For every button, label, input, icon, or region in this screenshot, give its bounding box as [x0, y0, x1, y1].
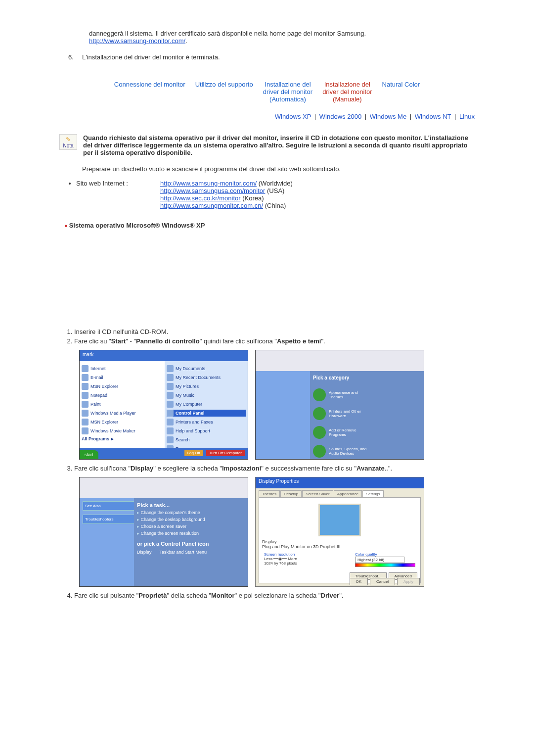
start-item[interactable]: Windows Media Player: [82, 410, 166, 417]
start-item[interactable]: Internet: [82, 365, 166, 372]
s2f: Aspetto e temi: [277, 337, 321, 345]
os-link-xp[interactable]: Windows XP: [275, 113, 311, 120]
cp2-see-also: See Also: [83, 501, 137, 511]
disp-res-label: Screen resolution: [264, 552, 297, 557]
disp-tabs: Themes Desktop Screen Saver Appearance S…: [256, 488, 424, 497]
s2b: Start: [111, 337, 126, 345]
cp2-task[interactable]: Choose a screen saver: [137, 524, 245, 529]
start-item[interactable]: Help and Support: [167, 427, 246, 434]
figure-row-2: See Also Troubleshooters Pick a task... …: [79, 477, 475, 587]
disp-cancel-button[interactable]: Cancel: [370, 578, 395, 585]
section-tabs: Connessione del monitor Utilizzo del sup…: [59, 76, 475, 108]
instr-step-2: Fare clic su "Start" - "Pannello di cont…: [74, 337, 475, 345]
note-icon: ✎ Nota: [59, 134, 77, 150]
s4b: Proprietà: [138, 592, 167, 599]
sitoweb-row: Sito web Internet : http://www.samsung-m…: [76, 180, 475, 209]
os-link-2000[interactable]: Windows 2000: [319, 113, 361, 120]
tab-install-manuale[interactable]: Installazione del driver del monitor (Ma…: [322, 81, 372, 103]
disp-cq-label: Color quality: [355, 552, 415, 557]
tab-install-auto[interactable]: Installazione del driver del monitor (Au…: [263, 81, 312, 103]
start-item[interactable]: My Pictures: [167, 383, 246, 390]
disp-apply-button[interactable]: Apply: [397, 578, 420, 585]
logoff-button[interactable]: Log Off: [184, 450, 203, 456]
disp-res-value: 1024 by 768 pixels: [264, 561, 297, 566]
disp-cq-select[interactable]: Highest (32 bit): [355, 557, 404, 563]
s2a: Fare clic su ": [74, 337, 111, 345]
site-china[interactable]: http://www.samsungmonitor.com.cn/: [160, 202, 263, 209]
disp-tab-themes[interactable]: Themes: [259, 490, 280, 497]
start-all-programs[interactable]: All Programs ▸: [82, 436, 166, 441]
start-control-panel[interactable]: Control Panel: [167, 410, 246, 417]
start-item[interactable]: My Recent Documents: [167, 374, 246, 381]
os-link-linux[interactable]: Linux: [459, 113, 475, 120]
os-link-me[interactable]: Windows Me: [370, 113, 406, 120]
start-item[interactable]: E-mail: [82, 374, 166, 381]
disp-tab-desktop[interactable]: Desktop: [280, 490, 302, 497]
disp-less: Less: [264, 557, 272, 561]
s3a: Fare clic sull'icona ": [74, 465, 131, 472]
cp2-task[interactable]: Change the screen resolution: [137, 531, 245, 536]
os-link-nt[interactable]: Windows NT: [415, 113, 451, 120]
cp2-icon-taskbar[interactable]: Taskbar and Start Menu: [160, 550, 207, 555]
disp-tab-screensaver[interactable]: Screen Saver: [302, 490, 333, 497]
cp2-task[interactable]: Change the computer's theme: [137, 510, 245, 515]
cp-toolbar: [256, 350, 424, 371]
site-korea[interactable]: http://www.sec.co.kr/monitor: [160, 194, 241, 202]
start-item[interactable]: Printers and Faxes: [167, 419, 246, 425]
instruction-list-cont2: Fare clic sul pulsante "Proprietà" della…: [74, 592, 475, 599]
tab-connessione[interactable]: Connessione del monitor: [114, 81, 185, 88]
disp-titlebar: Display Properties: [256, 477, 424, 488]
site-worldwide[interactable]: http://www.samsung-monitor.com/: [160, 180, 257, 187]
intro-link[interactable]: http://www.samsung-monitor.com/: [89, 37, 185, 45]
mock-display-properties: Display Properties Themes Desktop Screen…: [255, 477, 424, 587]
start-item[interactable]: MSN Explorer: [82, 383, 166, 390]
cp-sidebar: [256, 371, 310, 459]
sitoweb-label: Sito web Internet :: [76, 180, 145, 209]
cp-cat[interactable]: Sounds, Speech, and Audio Devices: [313, 445, 367, 458]
step-6-number: 6.: [68, 53, 82, 61]
note-row: ✎ Nota Quando richiesto dal sistema oper…: [59, 134, 475, 156]
note-label: Nota: [63, 143, 73, 148]
turnoff-button[interactable]: Turn Off Computer: [206, 450, 245, 456]
start-item[interactable]: My Computer: [167, 401, 246, 408]
site-worldwide-loc: (Worldwide): [257, 180, 293, 187]
disp-tab-settings[interactable]: Settings: [362, 490, 384, 497]
s3d: Impostazioni: [222, 465, 261, 472]
start-item[interactable]: My Music: [167, 392, 246, 399]
cp-cat[interactable]: Printers and Other Hardware: [313, 407, 367, 420]
instruction-list-cont: Fare clic sull'icona "Display" e sceglie…: [74, 465, 475, 472]
start-button[interactable]: start: [80, 450, 98, 459]
s2c: " - ": [126, 337, 136, 345]
s2g: ".: [321, 337, 325, 345]
cp2-task[interactable]: Change the desktop background: [137, 517, 245, 522]
intro-block: danneggerà il sistema. Il driver certifi…: [89, 30, 475, 45]
s3b: Display: [131, 465, 153, 472]
start-item[interactable]: Windows Movie Maker: [82, 427, 166, 434]
tab-utilizzo-supporto[interactable]: Utilizzo del supporto: [195, 81, 253, 88]
disp-res-block: Screen resolution Less ━━◉━━ More 1024 b…: [264, 552, 297, 567]
site-china-loc: (China): [263, 202, 286, 209]
s3e: " e successivamente fare clic su ": [261, 465, 356, 472]
disp-tab-appearance[interactable]: Appearance: [334, 490, 362, 497]
start-item[interactable]: Notepad: [82, 392, 166, 399]
os-header: Sistema operativo Microsoft® Windows® XP: [64, 222, 475, 229]
s3f: Avanzate: [356, 465, 385, 472]
tab-natural-color[interactable]: Natural Color: [382, 81, 420, 88]
step-6-row: 6. L'installazione del driver del monito…: [68, 53, 475, 61]
start-item[interactable]: MSN Explorer: [82, 419, 166, 425]
disp-monitor-preview: [318, 504, 361, 536]
cp2-icon-display[interactable]: Display: [137, 550, 152, 555]
cp-cat-appearance[interactable]: Appearance and Themes: [313, 388, 367, 401]
site-usa[interactable]: http://www.samsungusa.com/monitor: [160, 187, 265, 194]
note-text: Quando richiesto dal sistema operativo p…: [83, 134, 475, 156]
prepare-text: Preparare un dischetto vuoto e scaricare…: [82, 165, 475, 173]
start-item[interactable]: Search: [167, 436, 246, 443]
start-right-col: My Documents My Recent Documents My Pict…: [165, 361, 248, 448]
cp-cat[interactable]: Add or Remove Programs: [313, 426, 367, 439]
start-item[interactable]: My Documents: [167, 365, 246, 372]
disp-color-block: Color quality Highest (32 bit): [355, 552, 415, 567]
start-item[interactable]: Paint: [82, 401, 166, 408]
disp-ok-button[interactable]: OK: [350, 578, 368, 585]
site-korea-loc: (Korea): [241, 194, 264, 202]
s2d: Pannello di controllo: [136, 337, 200, 345]
